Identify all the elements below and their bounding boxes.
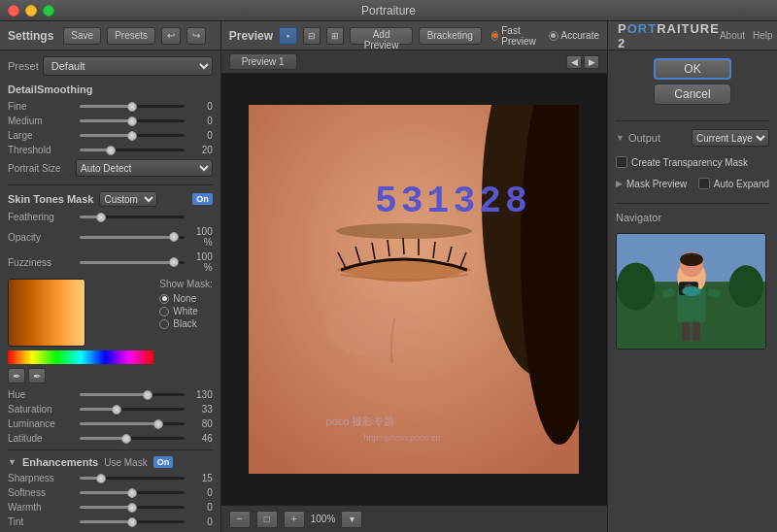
output-select[interactable]: Current Layer [692, 129, 769, 147]
large-slider-row: Large 0 [8, 130, 213, 141]
help-link[interactable]: Help [753, 30, 773, 41]
warmth-track[interactable] [80, 506, 185, 509]
warmth-label: Warmth [8, 502, 76, 513]
svg-point-14 [326, 299, 423, 357]
left-toolbar: Settings Save Presets ↩ ↪ [0, 21, 220, 50]
preview-image-area[interactable]: 531328 poco 摄影专题 http://photo.poco.cn [221, 74, 607, 505]
redo-button[interactable]: ↪ [186, 27, 206, 45]
radio-white-dot[interactable] [159, 307, 169, 316]
saturation-slider-row: Saturation 33 [8, 404, 213, 415]
zoom-out-btn[interactable]: − [229, 511, 251, 528]
radio-white[interactable]: White [159, 306, 212, 316]
eyedropper-button-2[interactable]: ✒ [28, 368, 46, 383]
preview-bottom-bar: − □ + 100% ▾ [221, 505, 607, 532]
accurate-dot[interactable] [549, 31, 558, 41]
cancel-button[interactable]: Cancel [654, 83, 731, 105]
saturation-value: 33 [188, 404, 213, 415]
latitude-track[interactable] [80, 437, 185, 440]
nav-prev-btn[interactable]: ◀ [566, 55, 582, 69]
right-divider-1 [616, 120, 769, 121]
divider-1 [8, 184, 213, 185]
radio-none-dot[interactable] [159, 294, 169, 304]
navigator-thumbnail[interactable] [616, 233, 766, 349]
output-text: Output [628, 132, 660, 144]
undo-button[interactable]: ↩ [161, 27, 181, 45]
saturation-track[interactable] [80, 408, 185, 411]
fast-preview-label: Fast Preview [501, 25, 538, 47]
radio-black-dot[interactable] [159, 319, 169, 329]
softness-slider-row: Softness 0 [8, 487, 213, 498]
portrait-size-select[interactable]: Auto Detect [76, 159, 213, 177]
mask-preview-arrow[interactable]: ▶ [616, 179, 623, 188]
eyedropper-button-1[interactable]: ✒ [8, 368, 25, 383]
svg-text:531328: 531328 [375, 181, 531, 222]
tint-slider-row: Tint 0 [8, 516, 213, 527]
enhancements-collapse-icon[interactable]: ▼ [8, 457, 17, 467]
eyedropper-row: ✒ ✒ [8, 368, 153, 383]
feathering-track[interactable] [80, 216, 185, 218]
softness-track[interactable] [80, 491, 185, 494]
maximize-button[interactable] [43, 5, 54, 17]
nav-next-btn[interactable]: ▶ [584, 55, 599, 69]
preset-row: Preset Default [8, 56, 213, 76]
skin-tones-on-badge[interactable]: On [192, 193, 213, 205]
presets-button[interactable]: Presets [107, 27, 155, 45]
title-bar: Portraiture [0, 0, 777, 21]
fine-track[interactable] [80, 105, 185, 108]
threshold-track[interactable] [80, 149, 185, 151]
svg-rect-33 [693, 322, 700, 342]
zoom-dropdown-btn[interactable]: ▾ [341, 511, 362, 528]
fast-preview-radio[interactable]: Fast Preview [491, 25, 539, 47]
tint-track[interactable] [80, 520, 185, 523]
large-track[interactable] [80, 134, 185, 137]
center-panel: Preview ▪ ⊟ ⊞ Add Preview Bracketing Fas… [221, 21, 607, 532]
save-button[interactable]: Save [63, 27, 101, 45]
luminance-track[interactable] [80, 422, 185, 425]
svg-point-22 [728, 265, 763, 307]
luminance-value: 80 [188, 418, 213, 429]
right-header: PORTRAITURE 2 About Help [608, 21, 777, 50]
main-container: Settings Save Presets ↩ ↪ Preset Default… [0, 21, 777, 532]
ok-button[interactable]: OK [654, 58, 731, 80]
enhancements-title: Enhancements [22, 456, 98, 468]
add-preview-button[interactable]: Add Preview [350, 27, 412, 45]
split-view-btn[interactable]: ⊟ [303, 27, 321, 45]
show-mask-area: Show Mask: None White Black [159, 279, 212, 383]
sharpness-track[interactable] [80, 477, 185, 480]
preset-select[interactable]: Default [43, 56, 213, 76]
preview-tab-1[interactable]: Preview 1 [229, 53, 297, 70]
fuzziness-track[interactable] [80, 261, 185, 264]
opacity-label: Opacity [8, 232, 76, 243]
dual-view-btn[interactable]: ⊞ [326, 27, 344, 45]
fast-preview-dot[interactable] [491, 31, 498, 41]
preview-toolbar: Preview ▪ ⊟ ⊞ Add Preview Bracketing Fas… [221, 21, 607, 50]
zoom-fit-btn[interactable]: □ [256, 511, 278, 528]
single-view-btn[interactable]: ▪ [279, 27, 296, 45]
transparency-checkbox[interactable] [616, 156, 627, 168]
bracketing-button[interactable]: Bracketing [419, 27, 482, 45]
auto-expand-checkbox[interactable] [698, 178, 710, 189]
color-swatch[interactable] [8, 279, 85, 347]
hue-bar[interactable] [8, 350, 153, 364]
luminance-label: Luminance [8, 418, 76, 429]
enhancements-on-badge[interactable]: On [153, 456, 174, 468]
latitude-label: Latitude [8, 433, 76, 444]
skin-preset-select[interactable]: Custom [99, 191, 157, 207]
radio-none[interactable]: None [159, 293, 212, 304]
fine-label: Fine [8, 101, 76, 112]
navigator-label: Navigator [616, 212, 769, 223]
zoom-in-btn[interactable]: + [284, 511, 305, 528]
radio-black[interactable]: Black [159, 318, 212, 329]
portrait-size-row: Portrait Size Auto Detect [8, 159, 213, 177]
fine-value: 0 [188, 101, 213, 112]
medium-track[interactable] [80, 119, 185, 122]
output-collapse-icon[interactable]: ▼ [616, 133, 625, 143]
accurate-radio[interactable]: Accurate [549, 30, 599, 41]
minimize-button[interactable] [25, 5, 37, 17]
right-panel: PORTRAITURE 2 About Help OK Cancel ▼ Out… [607, 21, 777, 532]
hue-slider-track[interactable] [80, 393, 185, 396]
about-link[interactable]: About [720, 30, 745, 41]
threshold-value: 20 [188, 145, 213, 155]
close-button[interactable] [8, 5, 19, 17]
opacity-track[interactable] [80, 236, 185, 239]
